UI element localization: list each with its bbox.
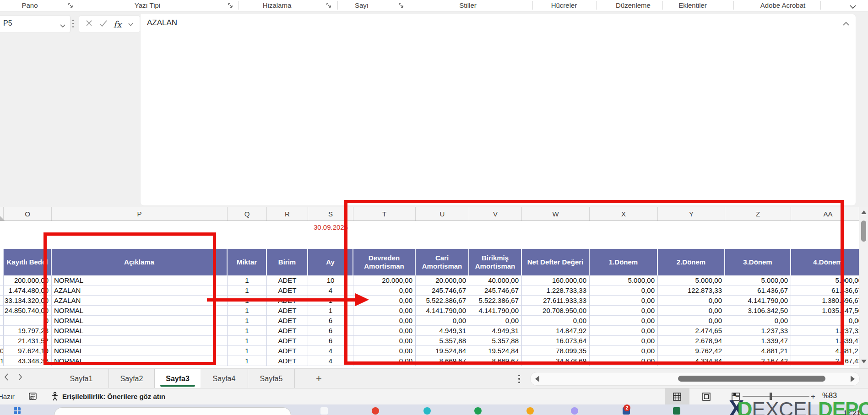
cell[interactable]: 1 (228, 326, 267, 336)
accessibility-icon[interactable] (49, 391, 60, 404)
zoom-slider[interactable] (743, 396, 809, 397)
cell[interactable]: 5.000,00 (658, 275, 725, 286)
dialog-launcher-icon[interactable] (228, 2, 233, 8)
table-header-cell[interactable]: Birim (267, 249, 308, 275)
column-header-X[interactable]: X (590, 207, 658, 221)
cell[interactable]: 1 (308, 306, 353, 316)
cell[interactable]: 20.000,00 (353, 275, 416, 286)
formula-input[interactable]: AZALAN (140, 14, 856, 206)
vertical-scrollbar-thumb[interactable] (861, 221, 866, 242)
ribbon-collapse-chevron-icon[interactable] (850, 3, 856, 11)
cell[interactable]: 6 (308, 326, 353, 336)
cell[interactable]: 0,00 (590, 326, 658, 336)
taskbar-app-icon[interactable] (372, 407, 379, 415)
cell[interactable]: 8.669,67 (416, 356, 469, 366)
table-header-cell[interactable]: Devreden Amortisman (353, 249, 416, 275)
sheet-tab-sayfa1[interactable]: Sayfa1 (54, 369, 109, 388)
table-header-cell[interactable]: Açıklama (52, 249, 228, 275)
cell[interactable]: 4.141.790,00 (416, 306, 469, 316)
scroll-up-icon[interactable] (861, 210, 867, 214)
cell[interactable]: 0,00 (590, 306, 658, 316)
enter-icon[interactable] (99, 20, 107, 28)
zoom-out-button[interactable]: − (735, 392, 740, 401)
cell[interactable]: 4.949,31 (469, 326, 522, 336)
corner-sliver[interactable] (0, 207, 4, 221)
scroll-left-icon[interactable] (535, 376, 539, 382)
cell[interactable]: 4 (308, 356, 353, 366)
cell[interactable]: ADET (267, 346, 308, 356)
cell[interactable]: 1 (228, 356, 267, 366)
table-header-cell[interactable]: Birikmiş Amortisman (469, 249, 522, 275)
sheet-tab-sayfa2[interactable]: Sayfa2 (109, 369, 155, 388)
formula-bar-drag-handle[interactable] (71, 16, 74, 30)
cell[interactable]: 4.949,31 (416, 326, 469, 336)
cell[interactable]: 4.334,84 (658, 356, 725, 366)
table-header-cell[interactable]: 4.Dönem (791, 249, 859, 275)
cell[interactable] (0, 316, 4, 326)
cell[interactable]: 33.134.320,00 (4, 296, 52, 306)
sheet-tab-sayfa3[interactable]: Sayfa3 (155, 369, 201, 388)
cell[interactable]: 4.881,21 (791, 346, 859, 356)
column-header-R[interactable]: R (267, 207, 308, 221)
cell[interactable]: 5.000,00 (791, 275, 859, 286)
cell[interactable]: AZALAN (52, 296, 228, 306)
taskbar-app-icon[interactable] (526, 407, 534, 415)
column-header-S[interactable]: S (308, 207, 353, 221)
cell[interactable]: 61.436,67 (725, 286, 791, 296)
zoom-slider-thumb[interactable] (770, 393, 772, 400)
cell[interactable]: 0,00 (522, 316, 590, 326)
cell[interactable]: 19.797,23 (4, 326, 52, 336)
cell[interactable]: ADET (267, 306, 308, 316)
tab-bar-more-icon[interactable] (517, 373, 521, 385)
cell[interactable] (0, 326, 4, 336)
cell[interactable]: 1 (228, 275, 267, 286)
cell[interactable] (0, 286, 4, 296)
horizontal-scrollbar-thumb[interactable] (678, 376, 825, 382)
table-header-cell[interactable]: 3.Dönem (725, 249, 791, 275)
cell[interactable]: 5.357,88 (469, 336, 522, 346)
macro-record-icon[interactable] (27, 392, 38, 404)
cell[interactable]: 5.522.386,67 (416, 296, 469, 306)
cell[interactable]: 24.850.740,00 (4, 306, 52, 316)
cell[interactable]: 4 (308, 286, 353, 296)
dialog-launcher-icon[interactable] (398, 2, 404, 8)
column-header-V[interactable]: V (469, 207, 522, 221)
cell[interactable]: 0,00 (353, 306, 416, 316)
cell[interactable]: 0 (4, 316, 52, 326)
cell[interactable]: 0,00 (416, 316, 469, 326)
cell[interactable]: 40.000,00 (469, 275, 522, 286)
cell[interactable]: 2.678,94 (658, 336, 725, 346)
column-header-Y[interactable]: Y (658, 207, 725, 221)
sheet-tab-sayfa5[interactable]: Sayfa5 (248, 369, 295, 388)
cell[interactable]: ADET (267, 336, 308, 346)
column-header-O[interactable]: O (4, 207, 52, 221)
start-icon[interactable] (14, 407, 21, 414)
cell[interactable]: 4.141.790,00 (469, 306, 522, 316)
cell[interactable]: 5.000,00 (725, 275, 791, 286)
scroll-down-icon[interactable] (861, 360, 867, 363)
cell[interactable]: 19.524,84 (416, 346, 469, 356)
cell[interactable]: 1.228.733,33 (522, 286, 590, 296)
cell[interactable]: 5.357,88 (416, 336, 469, 346)
fx-chevron-icon[interactable] (128, 20, 133, 28)
cell[interactable]: NORMAL (52, 346, 228, 356)
cell[interactable]: NORMAL (52, 356, 228, 366)
cell[interactable] (0, 275, 4, 286)
taskbar-search-input[interactable] (54, 407, 291, 415)
table-header-cell[interactable]: Miktar (228, 249, 267, 275)
cell[interactable]: 21.431,52 (4, 336, 52, 346)
date-row[interactable]: 30.09.2025 (0, 221, 859, 249)
table-header-cell[interactable]: Cari Amortisman (416, 249, 469, 275)
cell[interactable]: 200.000,00 (4, 275, 52, 286)
taskbar-app-icon[interactable] (474, 407, 482, 415)
name-box-chevron-icon[interactable] (60, 22, 65, 30)
taskbar-app-icon[interactable] (673, 407, 680, 415)
date-cell[interactable]: 30.09.2025 (308, 223, 353, 231)
cell[interactable]: 5.000,00 (590, 275, 658, 286)
cell[interactable]: 0,00 (353, 316, 416, 326)
cell[interactable]: 0,00 (353, 346, 416, 356)
cell[interactable]: NORMAL (52, 306, 228, 316)
cell[interactable]: 0,00 (590, 286, 658, 296)
cell[interactable]: ADET (267, 296, 308, 306)
cell[interactable]: 5.522.386,67 (469, 296, 522, 306)
